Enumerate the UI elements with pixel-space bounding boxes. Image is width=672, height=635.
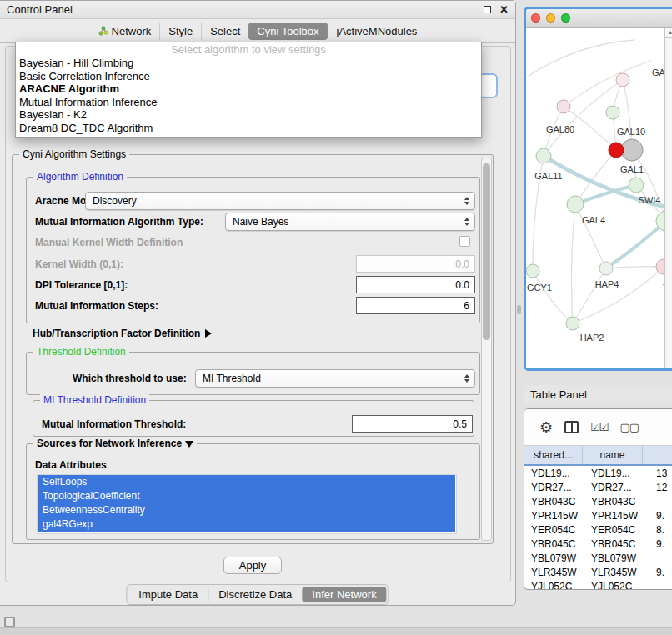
tab-jactivemnodules[interactable]: jActiveMNodules [328,22,426,40]
settings-scrollbar[interactable] [481,158,492,541]
apply-button[interactable]: Apply [223,557,282,574]
table-row[interactable]: YBL079WYBL079W [524,551,672,565]
algorithm-option-basic-correlation-inference[interactable]: Basic Correlation Inference [16,70,481,83]
mi-steps-label: Mutual Information Steps: [35,300,158,312]
network-node[interactable] [599,262,613,275]
network-node[interactable] [616,73,629,87]
close-icon[interactable]: ✕ [499,6,509,13]
column-header-name[interactable]: name [583,446,643,464]
network-graph[interactable]: GAL80GAL8GAL10GAL11GAL1SWI4GAL4GCY1HAP4H… [526,28,672,368]
algorithm-option-dream8-dc-tdc-algorithm[interactable]: Dream8 DC_TDC Algorithm [16,122,481,135]
mi-threshold-label: Mutual Information Threshold: [42,418,186,430]
tab-style[interactable]: Style [159,22,201,40]
network-node[interactable] [566,317,579,330]
table-row[interactable]: YER054CYER054C8. [524,522,672,537]
algorithm-option-aracne-algorithm[interactable]: ARACNE Algorithm [16,82,481,96]
minimize-window-button[interactable] [546,13,555,22]
sources-title: Sources for Network Inference [37,438,182,449]
network-node-label: SWI4 [639,195,661,205]
algorithm-popup-options: Bayesian - Hill ClimbingBasic Correlatio… [16,57,481,134]
table-row[interactable]: YDL19...YDL19...13 [524,466,672,480]
table-cell: YPR145W [583,510,643,522]
network-vertical-scrollbar[interactable]: ▲ [664,28,672,368]
table-cell: YBR043C [524,496,583,508]
algorithm-option-mutual-information-inference[interactable]: Mutual Information Inference [16,96,481,109]
network-canvas[interactable]: GAL80GAL8GAL10GAL11GAL1SWI4GAL4GCY1HAP4H… [526,28,672,368]
hub-tf-label: Hub/Transcription Factor Definition [33,328,200,339]
deselect-all-icon[interactable]: ▢▢ [619,421,639,433]
aracne-mode-combo[interactable]: Discovery [85,192,475,210]
aracne-mode-value: Discovery [93,195,137,207]
mi-steps-field[interactable]: 6 [356,297,475,314]
network-node-label: GAL4 [582,215,605,225]
tab-cyni-toolbox[interactable]: Cyni Toolbox [248,22,327,40]
attribute-item-selfloops[interactable]: SelfLoops [38,475,455,489]
network-node[interactable] [536,148,551,163]
attribute-item-topologicalcoefficient[interactable]: TopologicalCoefficient [38,489,455,503]
scroll-up-arrow-icon[interactable]: ▲ [665,28,672,38]
attribute-item-betweennesscentrality[interactable]: BetweennessCentrality [38,503,455,518]
algorithm-dropdown-popup: Select algorithm to view settings Bayesi… [15,42,482,138]
settings-scrollbar-thumb[interactable] [483,163,490,340]
network-node[interactable] [567,196,584,212]
column-header-shared[interactable]: shared... [524,446,583,464]
network-node[interactable] [557,100,570,113]
which-threshold-combo[interactable]: MI Threshold [195,369,475,388]
float-window-icon[interactable] [484,6,491,13]
algorithm-option-bayesian-hill-climbing[interactable]: Bayesian - Hill Climbing [16,57,481,70]
algorithm-definition-group: Algorithm Definition Aracne Mode: Discov… [26,177,480,323]
gear-icon[interactable]: ⚙ [539,420,553,435]
bottom-tab-discretize-data[interactable]: Discretize Data [208,587,302,602]
mi-type-value: Naive Bayes [233,216,288,228]
dpi-tolerance-field[interactable]: 0.0 [356,276,475,293]
network-node-label: GCY1 [527,282,552,292]
table-row[interactable]: YPR145WYPR145W9. [524,508,672,522]
sources-expander[interactable]: Sources for Network Inference [33,438,197,449]
zoom-window-button[interactable] [561,13,570,22]
table-header-row: shared...name [524,446,672,466]
network-view-window: GAL80GAL8GAL10GAL11GAL1SWI4GAL4GCY1HAP4H… [524,7,672,371]
table-cell: YDR27... [524,482,583,493]
kernel-width-field[interactable]: 0.0 [356,255,475,272]
panel-splitter-handle[interactable] [517,305,521,314]
bottom-tab-impute-data[interactable]: Impute Data [128,587,208,602]
table-cell: YBL079W [524,552,583,564]
attribute-list[interactable]: SelfLoopsTopologicalCoefficientBetweenne… [37,474,465,534]
control-panel-tabbar: NetworkStyleSelectCyni ToolboxjActiveMNo… [0,19,515,43]
mi-threshold-field[interactable]: 0.5 [352,415,473,432]
which-threshold-value: MI Threshold [203,372,261,384]
select-all-icon[interactable]: ☑☑ [590,421,608,433]
network-node[interactable] [621,139,643,161]
control-panel-title: Control Panel [7,3,73,16]
network-node[interactable] [606,106,619,119]
table-toolbar: ⚙ ☑☑ ▢▢ [524,409,672,446]
attribute-item-gal4rgexp[interactable]: gal4RGexp [38,518,455,532]
tab-select[interactable]: Select [201,22,248,40]
mi-type-combo[interactable]: Naive Bayes [225,212,475,231]
algorithm-option-bayesian-k2[interactable]: Bayesian - K2 [16,108,481,122]
cyni-algorithm-settings-group: Cyni Algorithm Settings Algorithm Defini… [12,154,494,544]
network-node[interactable] [609,142,624,158]
close-window-button[interactable] [531,13,540,22]
table-cell: YJL052C [524,581,583,591]
network-node[interactable] [629,178,644,192]
table-row[interactable]: YJL052CYJL052C [524,579,672,590]
table-cell: YLR345W [583,567,643,578]
column-header-extra[interactable] [643,446,672,464]
columns-icon[interactable] [564,421,579,433]
table-row[interactable]: YLR345WYLR345W9. [524,565,672,579]
collapsed-panel-icon[interactable] [4,617,15,628]
tab-network[interactable]: Network [90,22,160,40]
table-row[interactable]: YBR043CYBR043C [524,494,672,508]
table-row[interactable]: YDR27...YDR27...12 [524,480,672,494]
network-node[interactable] [526,264,539,278]
hub-tf-expander[interactable]: Hub/Transcription Factor Definition [33,328,212,339]
attribute-list-scrollbar[interactable] [456,474,465,534]
table-row[interactable]: YBR045CYBR045C9. [524,537,672,551]
network-node-label: GAL1 [620,164,644,174]
manual-kernel-checkbox[interactable] [459,236,470,247]
tab-label: Network [112,25,152,38]
bottom-tab-infer-network[interactable]: Infer Network [302,587,386,602]
mi-threshold-definition-group: MI Threshold Definition Mutual Informati… [33,400,474,437]
network-node-label: GAL11 [534,171,562,181]
